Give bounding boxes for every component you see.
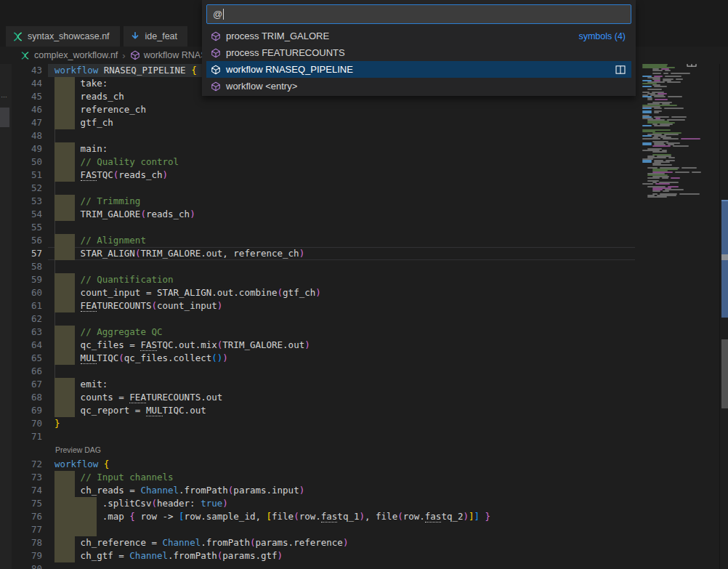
- quickopen-item-workflow[interactable]: workflow <entry>: [206, 78, 631, 94]
- code-token: (: [118, 352, 124, 363]
- code-line[interactable]: 72workflow {: [0, 458, 639, 471]
- whitespace-highlight: [54, 116, 75, 129]
- code-line[interactable]: 79 ch_gtf = Channel.fromPath(params.gtf): [0, 549, 639, 562]
- preview-dag-codelens[interactable]: Preview DAG: [55, 445, 101, 454]
- code-line[interactable]: 57 STAR_ALIGN(TRIM_GALORE.out, reference…: [0, 247, 639, 260]
- code-line[interactable]: 78 ch_reference = Channel.fromPath(param…: [0, 536, 639, 549]
- code-line[interactable]: 77: [0, 523, 639, 536]
- code-line[interactable]: 49 main:: [0, 142, 639, 156]
- code-line-content: qc_report = MULTIQC.out: [54, 405, 206, 416]
- code-line-content: workflow RNASEQ_PIPELINE {: [54, 65, 197, 76]
- code-line[interactable]: 74 ch_reads = Channel.fromPath(params.in…: [0, 484, 639, 497]
- code-line[interactable]: 56 // Alignment: [0, 234, 639, 247]
- code-token: // Trimming: [81, 195, 141, 206]
- vertical-scrollbar[interactable]: [719, 64, 728, 569]
- code-line[interactable]: 68 counts = FEATURECOUNTS.out: [0, 391, 639, 404]
- code-line[interactable]: 48: [0, 129, 639, 142]
- code-line[interactable]: 47 gtf_ch: [0, 116, 639, 129]
- code-token: fas: [321, 511, 338, 522]
- code-editor[interactable]: 43workflow RNASEQ_PIPELINE {44 take:45 r…: [0, 64, 639, 569]
- code-token: reads_ch: [118, 169, 162, 180]
- tab-syntax-showcase[interactable]: syntax_showcase.nf: [6, 26, 120, 47]
- code-line[interactable]: 46 reference_ch: [0, 103, 639, 116]
- sidebar-scrollbar-thumb[interactable]: [0, 108, 9, 127]
- text-cursor: [223, 9, 224, 20]
- code-line[interactable]: 55: [0, 221, 639, 234]
- code-line[interactable]: 71: [0, 430, 639, 443]
- code-line[interactable]: 67 emit:: [0, 378, 639, 391]
- code-token: ch_reads =: [81, 485, 141, 496]
- code-line[interactable]: 70}: [0, 417, 639, 430]
- code-line[interactable]: 76 .map { row -> [row.sample_id, [file(r…: [0, 510, 639, 523]
- code-token: row.sample_id,: [185, 511, 267, 522]
- code-line[interactable]: 80: [0, 562, 639, 569]
- code-line[interactable]: 61 FEATURECOUNTS(count_input): [0, 299, 639, 312]
- code-token: gtf_ch: [283, 287, 315, 298]
- symbol-cube-icon: [211, 65, 221, 75]
- code-line[interactable]: 60 count_input = STAR_ALIGN.out.combine(…: [0, 286, 639, 299]
- breadcrumb-file[interactable]: complex_workflow.nf: [34, 50, 118, 60]
- code-token: ): [299, 248, 305, 259]
- code-line[interactable]: 69 qc_report = MULTIQC.out: [0, 404, 639, 417]
- code-line-content: // Alignment: [54, 235, 146, 246]
- whitespace-highlight: [54, 471, 75, 484]
- code-token: }: [54, 418, 60, 429]
- code-token: RNASEQ_PIPELINE: [98, 65, 191, 76]
- code-token: TRIM_GALORE: [81, 209, 141, 219]
- code-token: Channel: [163, 537, 201, 548]
- whitespace-highlight: [54, 352, 75, 365]
- code-line[interactable]: 73 // Input channels: [0, 471, 639, 484]
- quickopen-item-label: workflow <entry>: [226, 81, 297, 92]
- code-token: params.input: [233, 485, 299, 496]
- code-token: [: [179, 511, 185, 522]
- code-token: (: [278, 287, 283, 298]
- sidebar-collapsed-strip: …: [0, 64, 12, 569]
- code-line[interactable]: 63 // Aggregate QC: [0, 326, 639, 339]
- code-line[interactable]: 65 MULTIQC(qc_files.collect()): [0, 352, 639, 365]
- symbol-cube-icon: [130, 50, 140, 60]
- whitespace-highlight: [54, 523, 97, 536]
- code-line[interactable]: 54 TRIM_GALORE(reads_ch): [0, 208, 639, 221]
- code-line-content: // Quantification: [54, 274, 174, 285]
- code-token: counts =: [81, 392, 130, 403]
- code-token: ): [359, 511, 365, 522]
- code-line[interactable]: 62: [0, 312, 639, 326]
- codelens-row: Preview DAG: [0, 443, 639, 458]
- whitespace-highlight: [54, 142, 75, 156]
- quickopen-input[interactable]: @: [206, 4, 631, 24]
- tab-ide-features[interactable]: ide_feat: [124, 26, 187, 47]
- code-token: gtf_ch: [81, 117, 113, 128]
- quickopen-item-process[interactable]: process TRIM_GALOREsymbols (4): [206, 28, 631, 44]
- code-line[interactable]: 53 // Trimming: [0, 195, 639, 208]
- quickopen-item-workflow[interactable]: workflow RNASEQ_PIPELINE: [206, 61, 631, 78]
- download-arrow-icon: [130, 31, 141, 42]
- minimap[interactable]: [640, 64, 713, 565]
- whitespace-highlight: [54, 510, 97, 523]
- code-line-content: FEATURECOUNTS(count_input): [54, 300, 222, 311]
- code-line[interactable]: 52: [0, 182, 639, 195]
- code-token: {: [191, 65, 197, 76]
- code-line-content: [54, 366, 55, 376]
- code-token: FAS: [81, 169, 97, 181]
- code-token: MUL: [146, 405, 163, 416]
- quickopen-item-process[interactable]: process FEATURECOUNTS: [206, 44, 631, 61]
- open-to-side-button[interactable]: [615, 65, 626, 74]
- code-line[interactable]: 75 .splitCsv(header: true): [0, 497, 639, 510]
- code-token: TQC.out.mix: [157, 339, 217, 350]
- whitespace-highlight: [54, 378, 75, 391]
- code-line[interactable]: 59 // Quantification: [0, 273, 639, 286]
- code-line[interactable]: 64 qc_files = FASTQC.out.mix(TRIM_GALORE…: [0, 339, 639, 352]
- code-line-content: TRIM_GALORE(reads_ch): [54, 209, 195, 219]
- code-token: // Quantification: [81, 274, 174, 285]
- overflow-dots-icon: …: [1, 92, 8, 99]
- code-line[interactable]: 51 FASTQC(reads_ch): [0, 169, 639, 182]
- whitespace-highlight: [54, 286, 75, 299]
- code-token: tq_2: [441, 511, 463, 522]
- code-token: ): [222, 498, 228, 509]
- code-token: }: [485, 511, 491, 522]
- scrollbar-slider[interactable]: [721, 339, 728, 408]
- code-line[interactable]: 50 // Quality control: [0, 156, 639, 169]
- code-line[interactable]: 58: [0, 260, 639, 273]
- code-line[interactable]: 66: [0, 365, 639, 378]
- code-token: // Quality control: [81, 156, 179, 167]
